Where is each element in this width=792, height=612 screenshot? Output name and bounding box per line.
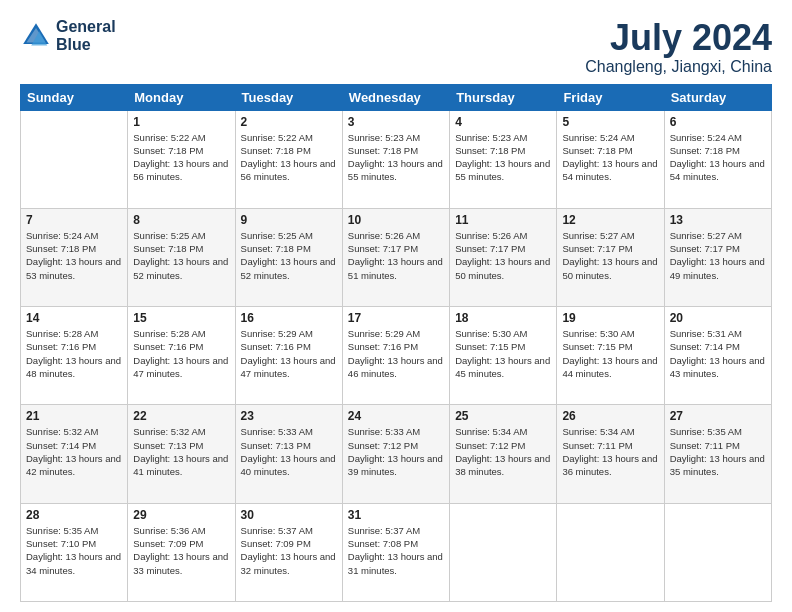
cell-info: Sunrise: 5:25 AMSunset: 7:18 PMDaylight:…: [133, 229, 229, 282]
cell-info: Sunrise: 5:30 AMSunset: 7:15 PMDaylight:…: [455, 327, 551, 380]
cell-date: 12: [562, 213, 658, 227]
cell-date: 9: [241, 213, 337, 227]
cell-date: 16: [241, 311, 337, 325]
table-row: 6Sunrise: 5:24 AMSunset: 7:18 PMDaylight…: [664, 110, 771, 208]
table-row: 30Sunrise: 5:37 AMSunset: 7:09 PMDayligh…: [235, 503, 342, 601]
calendar-header-row: Sunday Monday Tuesday Wednesday Thursday…: [21, 84, 772, 110]
cell-date: 17: [348, 311, 444, 325]
table-row: 8Sunrise: 5:25 AMSunset: 7:18 PMDaylight…: [128, 208, 235, 306]
cell-info: Sunrise: 5:24 AMSunset: 7:18 PMDaylight:…: [562, 131, 658, 184]
cell-date: 4: [455, 115, 551, 129]
cell-date: 15: [133, 311, 229, 325]
table-row: 29Sunrise: 5:36 AMSunset: 7:09 PMDayligh…: [128, 503, 235, 601]
table-row: 7Sunrise: 5:24 AMSunset: 7:18 PMDaylight…: [21, 208, 128, 306]
cell-date: 29: [133, 508, 229, 522]
cell-info: Sunrise: 5:25 AMSunset: 7:18 PMDaylight:…: [241, 229, 337, 282]
cell-date: 6: [670, 115, 766, 129]
cell-date: 22: [133, 409, 229, 423]
cell-info: Sunrise: 5:34 AMSunset: 7:12 PMDaylight:…: [455, 425, 551, 478]
cell-info: Sunrise: 5:28 AMSunset: 7:16 PMDaylight:…: [26, 327, 122, 380]
cell-info: Sunrise: 5:36 AMSunset: 7:09 PMDaylight:…: [133, 524, 229, 577]
cell-info: Sunrise: 5:24 AMSunset: 7:18 PMDaylight:…: [670, 131, 766, 184]
calendar-week-3: 14Sunrise: 5:28 AMSunset: 7:16 PMDayligh…: [21, 307, 772, 405]
cell-info: Sunrise: 5:23 AMSunset: 7:18 PMDaylight:…: [455, 131, 551, 184]
cell-info: Sunrise: 5:22 AMSunset: 7:18 PMDaylight:…: [241, 131, 337, 184]
cell-date: 3: [348, 115, 444, 129]
cell-date: 25: [455, 409, 551, 423]
table-row: 9Sunrise: 5:25 AMSunset: 7:18 PMDaylight…: [235, 208, 342, 306]
cell-info: Sunrise: 5:35 AMSunset: 7:11 PMDaylight:…: [670, 425, 766, 478]
cell-date: 8: [133, 213, 229, 227]
table-row: [557, 503, 664, 601]
table-row: 5Sunrise: 5:24 AMSunset: 7:18 PMDaylight…: [557, 110, 664, 208]
cell-info: Sunrise: 5:32 AMSunset: 7:14 PMDaylight:…: [26, 425, 122, 478]
table-row: 1Sunrise: 5:22 AMSunset: 7:18 PMDaylight…: [128, 110, 235, 208]
table-row: 20Sunrise: 5:31 AMSunset: 7:14 PMDayligh…: [664, 307, 771, 405]
logo: General Blue: [20, 18, 116, 53]
col-saturday: Saturday: [664, 84, 771, 110]
table-row: 19Sunrise: 5:30 AMSunset: 7:15 PMDayligh…: [557, 307, 664, 405]
table-row: 17Sunrise: 5:29 AMSunset: 7:16 PMDayligh…: [342, 307, 449, 405]
table-row: 3Sunrise: 5:23 AMSunset: 7:18 PMDaylight…: [342, 110, 449, 208]
cell-date: 5: [562, 115, 658, 129]
cell-date: 1: [133, 115, 229, 129]
cell-info: Sunrise: 5:29 AMSunset: 7:16 PMDaylight:…: [241, 327, 337, 380]
title-block: July 2024 Changleng, Jiangxi, China: [585, 18, 772, 76]
table-row: 15Sunrise: 5:28 AMSunset: 7:16 PMDayligh…: [128, 307, 235, 405]
cell-date: 30: [241, 508, 337, 522]
table-row: 31Sunrise: 5:37 AMSunset: 7:08 PMDayligh…: [342, 503, 449, 601]
cell-date: 26: [562, 409, 658, 423]
table-row: 2Sunrise: 5:22 AMSunset: 7:18 PMDaylight…: [235, 110, 342, 208]
cell-info: Sunrise: 5:33 AMSunset: 7:13 PMDaylight:…: [241, 425, 337, 478]
cell-info: Sunrise: 5:34 AMSunset: 7:11 PMDaylight:…: [562, 425, 658, 478]
cell-info: Sunrise: 5:30 AMSunset: 7:15 PMDaylight:…: [562, 327, 658, 380]
calendar-week-4: 21Sunrise: 5:32 AMSunset: 7:14 PMDayligh…: [21, 405, 772, 503]
cell-info: Sunrise: 5:32 AMSunset: 7:13 PMDaylight:…: [133, 425, 229, 478]
cell-info: Sunrise: 5:27 AMSunset: 7:17 PMDaylight:…: [670, 229, 766, 282]
table-row: 21Sunrise: 5:32 AMSunset: 7:14 PMDayligh…: [21, 405, 128, 503]
cell-date: 24: [348, 409, 444, 423]
page: General Blue July 2024 Changleng, Jiangx…: [0, 0, 792, 612]
cell-info: Sunrise: 5:35 AMSunset: 7:10 PMDaylight:…: [26, 524, 122, 577]
cell-info: Sunrise: 5:28 AMSunset: 7:16 PMDaylight:…: [133, 327, 229, 380]
calendar-week-2: 7Sunrise: 5:24 AMSunset: 7:18 PMDaylight…: [21, 208, 772, 306]
cell-info: Sunrise: 5:29 AMSunset: 7:16 PMDaylight:…: [348, 327, 444, 380]
cell-date: 21: [26, 409, 122, 423]
cell-date: 31: [348, 508, 444, 522]
calendar-week-1: 1Sunrise: 5:22 AMSunset: 7:18 PMDaylight…: [21, 110, 772, 208]
cell-info: Sunrise: 5:23 AMSunset: 7:18 PMDaylight:…: [348, 131, 444, 184]
logo-text: General Blue: [56, 18, 116, 53]
table-row: 13Sunrise: 5:27 AMSunset: 7:17 PMDayligh…: [664, 208, 771, 306]
table-row: 28Sunrise: 5:35 AMSunset: 7:10 PMDayligh…: [21, 503, 128, 601]
cell-date: 11: [455, 213, 551, 227]
cell-info: Sunrise: 5:37 AMSunset: 7:09 PMDaylight:…: [241, 524, 337, 577]
logo-icon: [20, 20, 52, 52]
cell-date: 2: [241, 115, 337, 129]
cell-date: 14: [26, 311, 122, 325]
table-row: 14Sunrise: 5:28 AMSunset: 7:16 PMDayligh…: [21, 307, 128, 405]
cell-info: Sunrise: 5:37 AMSunset: 7:08 PMDaylight:…: [348, 524, 444, 577]
cell-date: 19: [562, 311, 658, 325]
cell-date: 28: [26, 508, 122, 522]
calendar-table: Sunday Monday Tuesday Wednesday Thursday…: [20, 84, 772, 602]
cell-info: Sunrise: 5:26 AMSunset: 7:17 PMDaylight:…: [348, 229, 444, 282]
table-row: 10Sunrise: 5:26 AMSunset: 7:17 PMDayligh…: [342, 208, 449, 306]
col-thursday: Thursday: [450, 84, 557, 110]
table-row: 12Sunrise: 5:27 AMSunset: 7:17 PMDayligh…: [557, 208, 664, 306]
cell-info: Sunrise: 5:27 AMSunset: 7:17 PMDaylight:…: [562, 229, 658, 282]
table-row: 23Sunrise: 5:33 AMSunset: 7:13 PMDayligh…: [235, 405, 342, 503]
table-row: [664, 503, 771, 601]
cell-date: 10: [348, 213, 444, 227]
table-row: 22Sunrise: 5:32 AMSunset: 7:13 PMDayligh…: [128, 405, 235, 503]
table-row: 11Sunrise: 5:26 AMSunset: 7:17 PMDayligh…: [450, 208, 557, 306]
table-row: [450, 503, 557, 601]
cell-date: 7: [26, 213, 122, 227]
col-tuesday: Tuesday: [235, 84, 342, 110]
cell-info: Sunrise: 5:33 AMSunset: 7:12 PMDaylight:…: [348, 425, 444, 478]
table-row: 27Sunrise: 5:35 AMSunset: 7:11 PMDayligh…: [664, 405, 771, 503]
subtitle: Changleng, Jiangxi, China: [585, 58, 772, 76]
cell-date: 27: [670, 409, 766, 423]
calendar-week-5: 28Sunrise: 5:35 AMSunset: 7:10 PMDayligh…: [21, 503, 772, 601]
cell-date: 13: [670, 213, 766, 227]
col-friday: Friday: [557, 84, 664, 110]
